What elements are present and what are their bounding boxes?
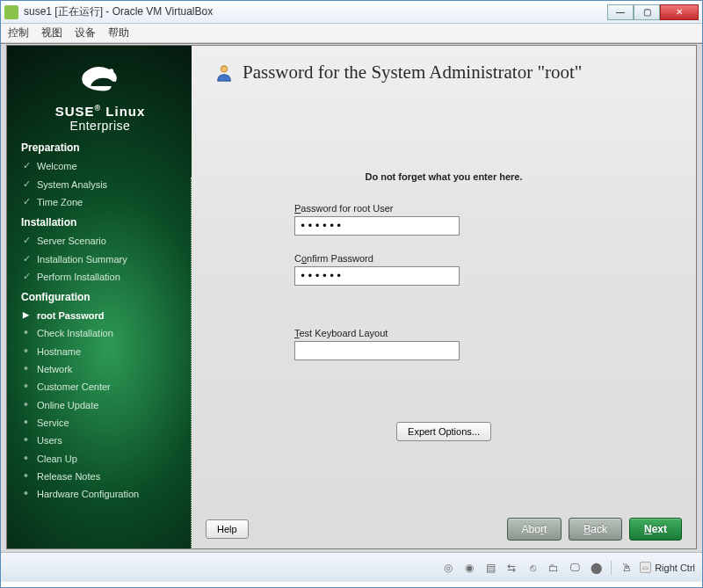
statusbar: ◎ ◉ ▤ ⇆ ⎋ 🗀 🖵 ⬤ 🖯 ⌓Right Ctrl <box>1 552 702 582</box>
expert-options-button[interactable]: Expert Options... <box>396 422 491 441</box>
section-configuration: Configuration <box>21 291 179 303</box>
svg-point-0 <box>221 65 227 71</box>
shared-folder-icon[interactable]: 🗀 <box>546 560 562 576</box>
test-keyboard-input[interactable] <box>294 341 460 360</box>
section-installation: Installation <box>21 216 179 229</box>
menubar: 控制 视图 设备 帮助 <box>1 24 702 43</box>
installer-window: SUSE® Linux Enterprise Preparation Welco… <box>6 45 697 549</box>
app-icon <box>4 5 18 19</box>
page-title: Password for the System Administrator "r… <box>243 62 582 83</box>
bottom-bar: Help Abort Back Next <box>192 510 696 548</box>
steps-configuration: root Password Check Installation Hostnam… <box>21 307 179 503</box>
hostkey-indicator: ⌓Right Ctrl <box>640 562 695 573</box>
minimize-button[interactable]: — <box>607 4 634 20</box>
back-button[interactable]: Back <box>569 518 622 541</box>
window-buttons: — ▢ ✕ <box>607 4 699 20</box>
section-preparation: Preparation <box>21 142 179 154</box>
brand-line1: SUSE <box>55 104 95 119</box>
label-password: Password for root User <box>294 203 593 214</box>
suse-logo-icon <box>76 58 124 100</box>
user-icon <box>214 63 234 83</box>
step-check-installation: Check Installation <box>21 324 179 342</box>
maximize-button[interactable]: ▢ <box>634 4 660 20</box>
display-icon[interactable]: 🖵 <box>567 560 583 576</box>
hint-text: Do not forget what you enter here. <box>214 171 673 182</box>
step-time-zone: Time Zone <box>21 193 179 211</box>
confirm-password-input[interactable] <box>294 266 460 286</box>
label-confirm: Confirm Password <box>294 253 593 264</box>
step-hostname: Hostname <box>21 343 179 360</box>
abort-button[interactable]: Abort <box>507 518 562 541</box>
step-installation-summary: Installation Summary <box>21 250 179 268</box>
step-release-notes: Release Notes <box>21 468 179 485</box>
brand-line2: Linux <box>105 104 145 119</box>
window-title: suse1 [正在运行] - Oracle VM VirtualBox <box>24 4 213 19</box>
step-users: Users <box>21 432 179 449</box>
steps-installation: Server Scenario Installation Summary Per… <box>21 232 179 286</box>
step-service: Service <box>21 414 179 432</box>
step-clean-up: Clean Up <box>21 450 179 468</box>
record-icon[interactable]: ⬤ <box>588 560 604 576</box>
next-button[interactable]: Next <box>629 518 682 541</box>
step-system-analysis: System Analysis <box>21 176 179 193</box>
floppy-icon[interactable]: ▤ <box>482 560 498 576</box>
label-test-keyboard: Test Keyboard Layout <box>294 328 593 338</box>
mouse-integration-icon[interactable]: 🖯 <box>619 560 634 576</box>
step-customer-center: Customer Center <box>21 378 179 396</box>
usb-icon[interactable]: ⎋ <box>525 560 540 576</box>
brand: SUSE® Linux Enterprise <box>21 104 179 133</box>
menu-view[interactable]: 视图 <box>41 25 62 40</box>
hdd-icon[interactable]: ◎ <box>440 560 456 576</box>
step-online-update: Online Update <box>21 396 179 414</box>
cd-icon[interactable]: ◉ <box>461 560 477 576</box>
help-button[interactable]: Help <box>206 519 249 539</box>
step-server-scenario: Server Scenario <box>21 232 179 250</box>
menu-device[interactable]: 设备 <box>75 25 96 40</box>
network-icon[interactable]: ⇆ <box>504 560 519 576</box>
steps-preparation: Welcome System Analysis Time Zone <box>21 157 179 211</box>
brand-line3: Enterprise <box>21 119 179 133</box>
virtualbox-window: suse1 [正在运行] - Oracle VM VirtualBox — ▢ … <box>0 0 703 588</box>
password-input[interactable] <box>294 216 460 236</box>
menu-control[interactable]: 控制 <box>8 25 29 40</box>
close-button[interactable]: ✕ <box>660 4 699 20</box>
vm-display: SUSE® Linux Enterprise Preparation Welco… <box>1 43 702 552</box>
step-welcome: Welcome <box>21 157 179 175</box>
menu-help[interactable]: 帮助 <box>108 25 129 40</box>
step-hardware-configuration: Hardware Configuration <box>21 485 179 503</box>
titlebar[interactable]: suse1 [正在运行] - Oracle VM VirtualBox — ▢ … <box>1 1 702 24</box>
sidebar: SUSE® Linux Enterprise Preparation Welco… <box>7 46 192 548</box>
step-network: Network <box>21 360 179 378</box>
page-heading: Password for the System Administrator "r… <box>214 62 673 83</box>
step-perform-installation: Perform Installation <box>21 268 179 286</box>
step-root-password: root Password <box>21 307 179 324</box>
main-panel: Password for the System Administrator "r… <box>192 46 696 548</box>
password-form: Password for root User Confirm Password … <box>294 203 593 441</box>
